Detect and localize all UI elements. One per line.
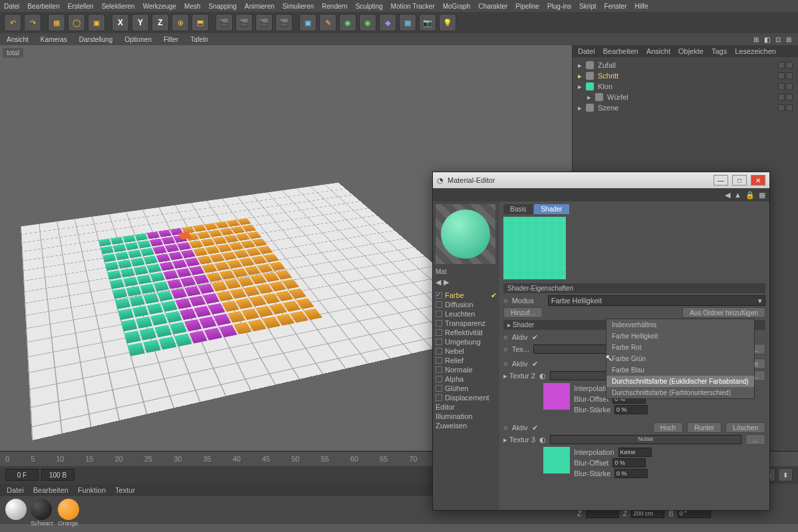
menu-simulieren[interactable]: Simulieren — [283, 3, 314, 10]
frame-start-input[interactable] — [5, 469, 39, 481]
material-swatch[interactable] — [31, 499, 52, 520]
scale-icon[interactable]: ▣ — [88, 14, 105, 31]
maximize-button[interactable]: □ — [732, 175, 747, 186]
channel-nebel[interactable]: Nebel — [436, 346, 497, 356]
live-select-icon[interactable]: ▦ — [48, 14, 65, 31]
tab-shader[interactable]: Shader — [534, 204, 569, 214]
aus-ordner-button[interactable]: Aus Ordner hinzufügen — [682, 307, 765, 318]
interp-input[interactable] — [618, 448, 652, 457]
channel-relief[interactable]: Relief — [436, 356, 497, 365]
material-name[interactable]: Mat — [436, 267, 497, 277]
channel-illumination[interactable]: Illumination — [436, 412, 497, 421]
menu-mesh[interactable]: Mesh — [184, 3, 200, 10]
tab-basis[interactable]: Basis — [503, 204, 533, 214]
texture-swatch[interactable] — [543, 447, 570, 473]
channel-leuchten[interactable]: Leuchten — [436, 309, 497, 319]
tree-item-zufall[interactable]: ▸Zufall — [578, 60, 793, 70]
om-menu-bearbeiten[interactable]: Bearbeiten — [603, 47, 638, 55]
menu-mograph[interactable]: MoGraph — [443, 3, 471, 10]
light-icon[interactable]: 💡 — [439, 14, 456, 31]
render-pv-icon[interactable]: 🎬 — [255, 14, 273, 31]
vp-nav-icon[interactable]: ⊞ — [786, 36, 791, 43]
menu-animieren[interactable]: Animieren — [245, 3, 275, 10]
prev-arrow-icon[interactable]: ◀ — [436, 278, 441, 287]
dropdown-option[interactable]: Durchschnittsfarbe (Euklidischer Farbabs… — [606, 376, 754, 387]
menu-charakter[interactable]: Charakter — [478, 3, 507, 10]
vp-nav-icon[interactable]: ◧ — [764, 36, 770, 43]
shader-preview[interactable] — [503, 217, 566, 279]
channel-zuweisen[interactable]: Zuweisen — [436, 421, 497, 430]
channel-displacement[interactable]: Displacement — [436, 393, 497, 402]
menu-skript[interactable]: Skript — [579, 3, 597, 10]
world-icon[interactable]: ⊕ — [172, 14, 189, 31]
menu-pipeline[interactable]: Pipeline — [515, 3, 539, 10]
menu-hilfe[interactable]: Hilfe — [635, 3, 648, 10]
menu-erstellen[interactable]: Erstellen — [68, 3, 94, 10]
cube-icon[interactable]: ▣ — [299, 14, 317, 31]
render-settings-icon[interactable]: 🎬 — [275, 14, 293, 31]
channel-reflektivität[interactable]: Reflektivität — [436, 328, 497, 337]
menu-rendern[interactable]: Rendern — [322, 3, 347, 10]
channel-alpha[interactable]: Alpha — [436, 374, 497, 384]
render-icon[interactable]: 🎬 — [215, 14, 233, 31]
environment-icon[interactable]: ▦ — [399, 14, 416, 31]
runter-button[interactable]: Runter — [687, 422, 722, 433]
key-pos-icon[interactable]: ⬍ — [778, 468, 793, 481]
vpmenu-darstellung[interactable]: Darstellung — [79, 36, 113, 43]
blurstaerke-input[interactable] — [614, 469, 648, 478]
texture-toggle[interactable]: ▸ Textur 3 — [503, 436, 535, 444]
vpmenu-filter[interactable]: Filter — [164, 36, 178, 43]
om-menu-lesezeichen[interactable]: Lesezeichen — [735, 47, 776, 55]
menu-werkzeuge[interactable]: Werkzeuge — [143, 3, 176, 10]
vpmenu-kameras[interactable]: Kameras — [41, 36, 67, 43]
axis-x-button[interactable]: X — [112, 14, 129, 31]
material-preview[interactable] — [436, 204, 495, 264]
axis-z-button[interactable]: Z — [152, 14, 169, 31]
material-swatch[interactable] — [5, 499, 27, 520]
vp-nav-icon[interactable]: ⊞ — [753, 36, 759, 43]
tree-item-schritt[interactable]: ▸Schritt — [578, 70, 793, 81]
vpmenu-tafeln[interactable]: Tafeln — [190, 36, 208, 43]
window-titlebar[interactable]: ◔ Material-Editor — □ ✕ — [433, 172, 769, 188]
next-arrow-icon[interactable]: ▶ — [444, 278, 449, 287]
menu-snapping[interactable]: Snapping — [209, 3, 237, 10]
hinzufuegen-button[interactable]: Hinzuf... — [503, 307, 543, 318]
channel-transparenz[interactable]: Transparenz — [436, 319, 497, 328]
om-menu-objekte[interactable]: Objekte — [678, 47, 704, 55]
modus-dropdown[interactable]: Farbe Helligkeit — [548, 295, 765, 306]
tree-item-szene[interactable]: ▸Szene — [578, 102, 793, 113]
tree-item-würfel[interactable]: ▸Würfel — [578, 92, 793, 102]
texture-more-button[interactable]: ... — [745, 434, 765, 445]
rotate-icon[interactable]: ◯ — [68, 14, 85, 31]
texture-link[interactable]: Noise — [550, 435, 741, 444]
channel-umgebung[interactable]: Umgebung — [436, 337, 497, 346]
vpmenu-optionen[interactable]: Optionen — [124, 36, 152, 43]
bluroffset-input[interactable] — [612, 458, 646, 467]
matmenu-datei[interactable]: Datei — [7, 486, 24, 494]
camera-icon[interactable]: 📷 — [419, 14, 436, 31]
nav-back-icon[interactable]: ◀ — [725, 191, 730, 200]
menu-bearbeiten[interactable]: Bearbeiten — [27, 3, 59, 10]
pen-icon[interactable]: ✎ — [319, 14, 336, 31]
dropdown-option[interactable]: Farbe Rot — [606, 342, 754, 353]
modus-dropdown-list[interactable]: IndexverhältnisFarbe HelligkeitFarbe Rot… — [606, 319, 755, 399]
menu-motion tracker[interactable]: Motion Tracker — [391, 3, 435, 10]
vpmenu-ansicht[interactable]: Ansicht — [7, 36, 29, 43]
channel-editor[interactable]: Editor — [436, 402, 497, 412]
om-menu-datei[interactable]: Datei — [578, 47, 595, 55]
dropdown-option[interactable]: Indexverhältnis — [606, 319, 754, 331]
hoch-button[interactable]: Hoch — [653, 422, 683, 433]
dropdown-option[interactable]: Farbe Helligkeit — [606, 331, 754, 342]
dropdown-option[interactable]: Farbe Blau — [606, 364, 754, 376]
redo-icon[interactable]: ↷ — [24, 14, 41, 31]
undo-icon[interactable]: ↶ — [4, 14, 21, 31]
render-region-icon[interactable]: 🎬 — [235, 14, 253, 31]
lock-icon[interactable]: 🔒 — [745, 191, 755, 200]
nav-up-icon[interactable]: ▲ — [734, 191, 741, 199]
channel-farbe[interactable]: Farbe✔ — [436, 291, 497, 300]
frame-end-input[interactable] — [41, 469, 74, 481]
dropdown-option[interactable]: Durchschnittsfarbe (Farbtonunterschied) — [606, 387, 754, 398]
channel-glühen[interactable]: Glühen — [436, 384, 497, 393]
dropdown-option[interactable]: Farbe Grün — [606, 353, 754, 364]
deformer-icon[interactable]: ◆ — [379, 14, 396, 31]
